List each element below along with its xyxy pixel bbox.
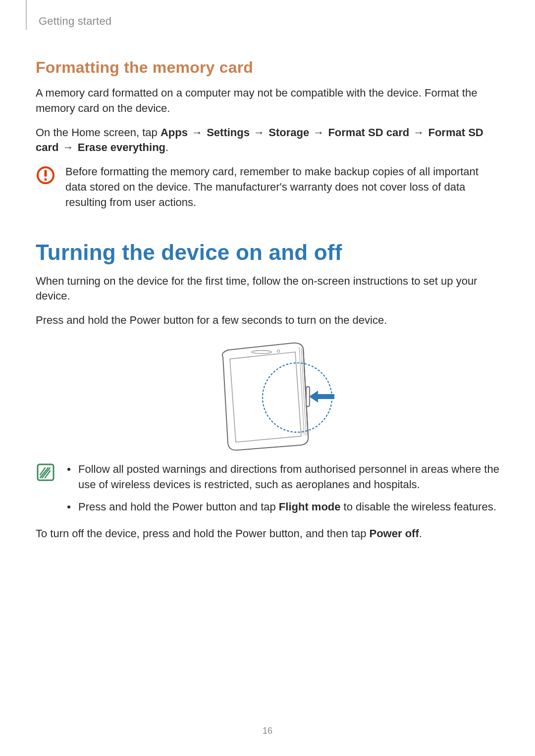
warning-text: Before formatting the memory card, remem… [65,164,499,210]
format-para-1: A memory card formatted on a computer ma… [36,86,499,116]
format-para-2-trail: . [165,141,168,153]
subheading-format-card: Formatting the memory card [36,58,499,77]
power-para-3-trail: . [419,527,422,540]
step-format-sd-1: Format SD card [328,126,409,139]
note-item-2-bold: Flight mode [279,501,341,513]
arrow-icon: → [253,126,266,139]
step-storage: Storage [268,126,309,139]
format-para-2-lead: On the Home screen, tap [36,126,160,139]
note-item-2: Press and hold the Power button and tap … [65,500,499,515]
note-item-2-lead: Press and hold the Power button and tap [78,501,279,513]
manual-page: Getting started Formatting the memory ca… [0,0,535,756]
note-icon [36,462,55,521]
warning-callout: Before formatting the memory card, remem… [36,164,499,210]
note-item-2-trail: to disable the wireless features. [341,501,496,513]
svg-rect-1 [45,170,47,177]
device-illustration [36,337,499,451]
power-para-3-bold: Power off [370,527,419,540]
note-callout: Follow all posted warnings and direction… [36,462,499,521]
step-settings: Settings [207,126,250,139]
svg-rect-2 [45,178,47,181]
step-apps: Apps [160,126,188,139]
header-rule [26,0,27,30]
power-para-3: To turn off the device, press and hold t… [36,526,499,542]
svg-rect-8 [306,387,310,406]
arrow-icon: → [312,126,325,139]
arrow-icon: → [62,141,75,153]
note-list: Follow all posted warnings and direction… [65,462,499,521]
step-erase: Erase everything [78,141,165,153]
power-para-1: When turning on the device for the first… [36,274,499,304]
heading-turning-on-off: Turning the device on and off [36,240,499,265]
power-para-2: Press and hold the Power button for a fe… [36,313,499,328]
power-para-3-lead: To turn off the device, press and hold t… [36,527,370,540]
note-item-1: Follow all posted warnings and direction… [65,462,499,493]
format-para-2: On the Home screen, tap Apps → Settings … [36,125,499,156]
section-header: Getting started [39,15,499,28]
arrow-icon: → [412,126,425,139]
warning-icon [36,164,55,210]
page-number: 16 [0,726,535,736]
arrow-icon: → [191,126,204,139]
